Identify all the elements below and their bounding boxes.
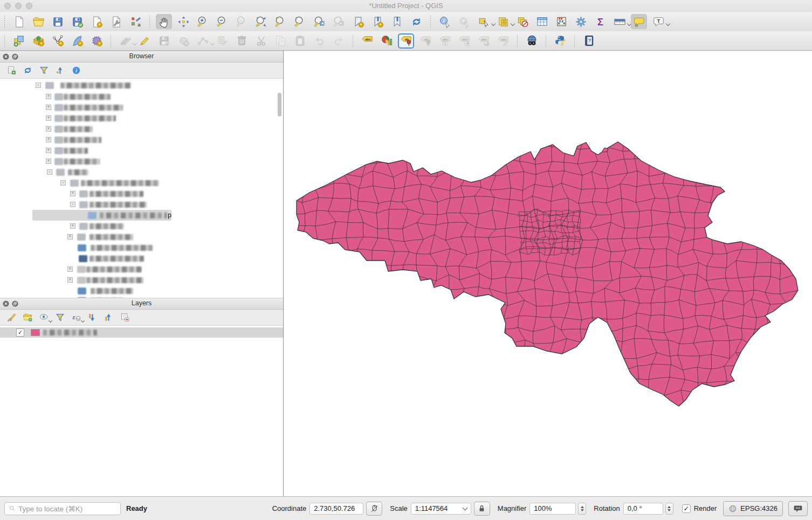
browser-tree-item[interactable] xyxy=(0,243,283,253)
text-annotation-button[interactable]: T xyxy=(650,14,666,29)
browser-tree-item[interactable] xyxy=(0,286,283,296)
browser-tree-item[interactable]: + xyxy=(0,92,283,102)
layer-diagram-button[interactable] xyxy=(379,33,395,49)
new-geopackage-layer-button[interactable]: ✶ xyxy=(30,33,46,49)
magnifier-input[interactable]: 100% xyxy=(529,503,576,515)
browser-refresh-button[interactable] xyxy=(20,64,35,77)
new-print-layout-button[interactable]: ✶ xyxy=(88,14,105,29)
browser-tree-item[interactable]: + xyxy=(0,146,283,156)
show-statistics-button[interactable]: Σ xyxy=(592,14,608,29)
layer-row[interactable]: ✓ xyxy=(0,327,283,338)
tree-expander-icon[interactable]: - xyxy=(47,169,52,175)
show-layout-manager-button[interactable] xyxy=(108,14,124,29)
browser-tree-item[interactable]: + xyxy=(0,135,283,145)
select-by-value-button[interactable] xyxy=(495,14,511,29)
open-project-button[interactable] xyxy=(30,14,46,29)
rotation-stepper[interactable] xyxy=(665,503,673,515)
browser-properties-button[interactable]: i xyxy=(69,64,83,77)
messages-button[interactable] xyxy=(788,501,808,516)
remove-layer-button[interactable] xyxy=(118,311,132,324)
save-project-button[interactable] xyxy=(50,14,66,29)
render-checkbox[interactable]: ✓ xyxy=(682,504,691,513)
browser-tree-item[interactable]: + xyxy=(0,264,283,275)
manage-themes-button[interactable] xyxy=(37,311,51,324)
zoom-in-button[interactable] xyxy=(195,14,211,29)
map-canvas[interactable] xyxy=(284,51,812,496)
filter-legend-button[interactable] xyxy=(53,311,67,324)
identify-features-button[interactable]: i xyxy=(437,14,453,29)
browser-tree-item[interactable]: + xyxy=(0,232,283,242)
layer-styling-button[interactable] xyxy=(4,311,18,324)
processing-toolbox-button[interactable] xyxy=(573,14,589,29)
metasearch-button[interactable] xyxy=(524,33,540,49)
zoom-full-button[interactable] xyxy=(253,14,269,29)
tree-expander-icon[interactable]: + xyxy=(46,126,51,132)
browser-tree-item[interactable]: + xyxy=(0,124,283,134)
locator-search-input[interactable]: Type to locate (⌘K) xyxy=(4,502,121,515)
tree-expander-icon[interactable]: + xyxy=(67,266,73,272)
zoom-to-selection-button[interactable] xyxy=(272,14,288,29)
browser-tree-item[interactable]: + xyxy=(0,113,283,124)
python-console-button[interactable] xyxy=(552,33,568,49)
new-virtual-layer-button[interactable]: ✶ xyxy=(88,33,105,49)
collapse-all-button[interactable] xyxy=(101,311,115,324)
map-tips-button[interactable] xyxy=(631,14,647,29)
toggle-extents-button[interactable] xyxy=(366,502,382,516)
select-features-button[interactable] xyxy=(476,14,492,29)
browser-tree-item[interactable]: - xyxy=(0,80,283,91)
tree-expander-icon[interactable]: - xyxy=(60,180,66,186)
layer-labeling-button[interactable]: abc xyxy=(359,33,375,49)
layers-close-icon[interactable] xyxy=(2,300,10,307)
tree-expander-icon[interactable]: + xyxy=(46,105,51,110)
tree-expander-icon[interactable]: - xyxy=(70,202,75,207)
pan-to-selection-button[interactable] xyxy=(175,14,191,29)
browser-tree-item[interactable]: - xyxy=(0,167,283,177)
browser-tree-item[interactable]: + xyxy=(0,189,283,199)
browser-tree-item[interactable] xyxy=(0,254,283,264)
browser-tree-item[interactable]: + xyxy=(0,102,283,113)
tree-expander-icon[interactable]: + xyxy=(46,115,51,121)
pin-labels-button[interactable]: ab xyxy=(398,33,414,49)
layer-visibility-checkbox[interactable]: ✓ xyxy=(16,329,24,337)
browser-add-layers-button[interactable] xyxy=(4,64,18,77)
tree-expander-icon[interactable]: + xyxy=(70,223,75,229)
browser-collapse-all-button[interactable] xyxy=(53,64,67,77)
open-attribute-table-button[interactable] xyxy=(534,14,550,29)
add-group-button[interactable] xyxy=(20,311,35,324)
browser-float-icon[interactable] xyxy=(11,53,19,60)
statistical-summary-button[interactable] xyxy=(553,14,569,29)
browser-tree-item[interactable]: p xyxy=(0,210,283,221)
browser-filter-button[interactable] xyxy=(37,64,51,77)
browser-tree-item[interactable]: - xyxy=(0,178,283,188)
filter-expression-button[interactable]: ε xyxy=(69,311,83,324)
zoom-to-layer-button[interactable] xyxy=(292,14,308,29)
zoom-last-button[interactable] xyxy=(311,14,327,29)
tree-expander-icon[interactable]: + xyxy=(70,191,75,196)
tree-expander-icon[interactable]: + xyxy=(46,148,51,153)
new-shapefile-layer-button[interactable]: ✶ xyxy=(50,33,66,49)
new-spatialite-layer-button[interactable]: ✶ xyxy=(69,33,85,49)
layers-float-icon[interactable] xyxy=(11,300,19,307)
browser-tree-item[interactable]: + xyxy=(0,221,283,231)
browser-close-icon[interactable] xyxy=(2,53,10,60)
tree-expander-icon[interactable]: + xyxy=(46,137,51,142)
tree-expander-icon[interactable]: + xyxy=(46,159,51,164)
toggle-editing-button[interactable] xyxy=(136,33,153,49)
scale-combobox[interactable]: 1:1147564 xyxy=(411,503,471,515)
data-source-manager-button[interactable] xyxy=(11,33,27,49)
browser-tree-item[interactable]: + xyxy=(0,275,283,285)
expand-all-button[interactable] xyxy=(85,311,99,324)
style-manager-button[interactable]: a xyxy=(127,14,143,29)
tree-expander-icon[interactable]: + xyxy=(46,94,51,99)
lock-scale-button[interactable] xyxy=(474,502,490,516)
new-bookmark-button[interactable]: ✶ xyxy=(350,14,366,29)
help-button[interactable]: ? xyxy=(581,33,597,49)
tree-expander-icon[interactable]: + xyxy=(67,277,73,283)
new-project-button[interactable] xyxy=(11,14,27,29)
crs-button[interactable]: EPSG:4326 xyxy=(723,501,783,516)
coordinate-input[interactable]: 2.730,50.726 xyxy=(309,503,363,515)
magnifier-stepper[interactable] xyxy=(578,503,586,515)
tree-expander-icon[interactable]: + xyxy=(67,234,73,240)
save-project-as-button[interactable] xyxy=(69,14,85,29)
rotation-input[interactable]: 0,0 ° xyxy=(623,503,663,515)
